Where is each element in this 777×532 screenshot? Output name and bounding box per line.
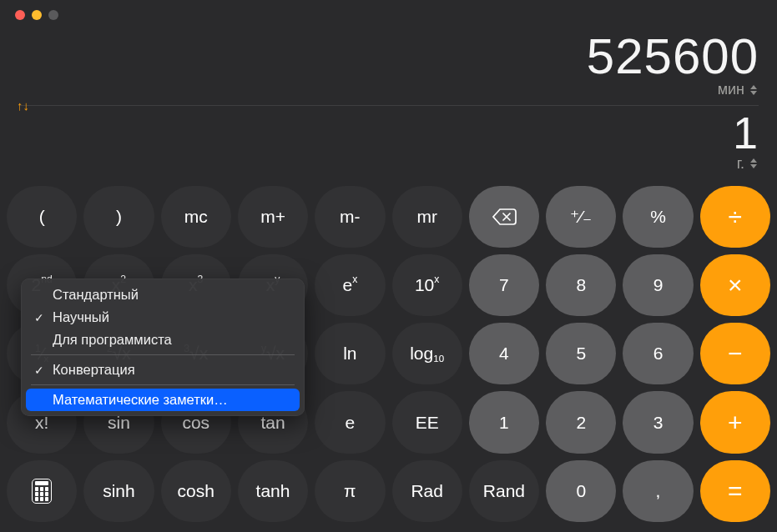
paren-close-button[interactable]: ) [83,186,154,248]
mode-menu: Стандартный ✓ Научный Для программиста ✓… [21,279,305,416]
cosh-button[interactable]: cosh [161,460,231,522]
check-icon: ✓ [33,364,46,377]
calculator-icon [32,479,52,504]
mr-button[interactable]: mr [392,186,462,248]
digit-4-button[interactable]: 4 [469,323,539,384]
decimal-button[interactable]: , [623,460,693,522]
digit-3-button[interactable]: 3 [623,391,693,453]
e-button[interactable]: e [315,391,385,453]
m-plus-button[interactable]: m+ [238,186,308,248]
close-window-icon[interactable] [15,10,25,20]
fullscreen-window-icon[interactable] [48,10,58,20]
digit-7-button[interactable]: 7 [469,254,539,316]
log10-button[interactable]: log10 [392,323,462,384]
pi-button[interactable]: π [315,460,385,522]
rad-button[interactable]: Rad [392,460,462,522]
display-value-bottom: 1 [18,109,759,157]
menu-item-programmer[interactable]: Для программиста [26,329,300,351]
digit-1-button[interactable]: 1 [469,391,539,453]
digit-8-button[interactable]: 8 [546,254,616,316]
display-divider: ↑↓ [18,105,759,106]
mode-button[interactable] [7,460,77,522]
sinh-button[interactable]: sinh [83,460,154,522]
ln-button[interactable]: ln [315,323,385,384]
mc-button[interactable]: mc [161,186,231,248]
unit-bottom-select[interactable]: г. [737,155,759,173]
rand-button[interactable]: Rand [469,460,539,522]
menu-item-scientific[interactable]: ✓ Научный [26,306,300,329]
sign-button[interactable]: ⁺∕₋ [546,186,616,248]
menu-item-conversion[interactable]: ✓ Конвертация [26,359,300,381]
e-pow-x-button[interactable]: ex [315,254,385,316]
divide-button[interactable]: ÷ [700,186,770,248]
unit-bottom-label: г. [737,155,744,173]
digit-5-button[interactable]: 5 [546,323,616,384]
digit-9-button[interactable]: 9 [623,254,693,316]
chevron-updown-icon [749,83,759,97]
chevron-updown-icon [749,157,759,170]
menu-item-standard[interactable]: Стандартный [26,284,300,306]
display-value-top: 525600 [18,30,759,83]
percent-button[interactable]: % [623,186,693,248]
menu-separator [31,354,295,355]
minus-button[interactable]: − [700,323,770,384]
menu-separator [31,384,295,385]
plus-button[interactable]: + [700,391,770,453]
window-titlebar [0,0,777,30]
swap-icon[interactable]: ↑↓ [17,98,29,113]
minimize-window-icon[interactable] [32,10,42,20]
check-icon: ✓ [33,311,46,324]
backspace-button[interactable] [469,186,539,248]
m-minus-button[interactable]: m- [315,186,385,248]
display-area: 525600 мин ↑↓ 1 г. [0,30,777,178]
unit-top-label: мин [718,81,744,98]
tanh-button[interactable]: tanh [238,460,308,522]
ten-pow-x-button[interactable]: 10x [392,254,462,316]
backspace-icon [492,208,517,226]
unit-top-select[interactable]: мин [718,81,759,98]
digit-0-button[interactable]: 0 [546,460,616,522]
equals-button[interactable]: = [700,460,770,522]
paren-open-button[interactable]: ( [7,186,77,248]
menu-item-math-notes[interactable]: Математические заметки… [26,389,300,411]
digit-2-button[interactable]: 2 [546,391,616,453]
digit-6-button[interactable]: 6 [623,323,693,384]
ee-button[interactable]: EE [392,391,462,453]
multiply-button[interactable]: × [700,254,770,316]
